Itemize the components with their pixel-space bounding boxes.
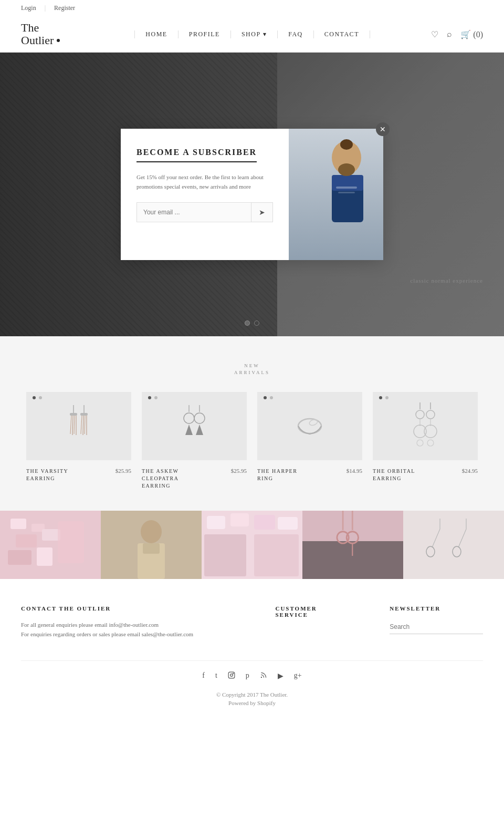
product-price-3: $14.95: [346, 468, 362, 474]
product-price-4: $24.95: [462, 468, 478, 474]
svg-rect-49: [143, 543, 160, 554]
modal-submit-button[interactable]: ➤: [251, 203, 272, 222]
product-image-1: [26, 392, 131, 460]
register-link[interactable]: Register: [54, 4, 75, 12]
modal-overlay: ✕ BECOME A SUBSCRIBER Get 15% off your n…: [0, 53, 504, 336]
login-link[interactable]: Login: [21, 4, 36, 12]
earring-tassel-svg: [60, 402, 97, 450]
product-name-2: THE ASKEWCLEOPATRAEARRING: [142, 468, 178, 490]
hero-section: classic normal experience ✕ BECOME A SUB…: [0, 53, 504, 336]
subscriber-modal: ✕ BECOME A SUBSCRIBER Get 15% off your n…: [121, 129, 383, 260]
nav-shop[interactable]: SHOP ▾: [231, 30, 278, 38]
svg-rect-56: [254, 534, 299, 576]
footer-divider: [21, 660, 483, 661]
svg-rect-55: [204, 534, 246, 576]
earring-orbital-svg: [407, 400, 444, 452]
newsletter-input[interactable]: [390, 620, 483, 634]
svg-point-30: [416, 410, 424, 419]
section-tag: NEW ARRIVALS: [21, 363, 483, 376]
modal-content-left: BECOME A SUBSCRIBER Get 15% off your nex…: [121, 129, 289, 260]
svg-marker-24: [185, 425, 193, 435]
nav-contact[interactable]: CONTACT: [314, 30, 370, 38]
photo-strip-item-3[interactable]: [202, 511, 302, 579]
modal-close-button[interactable]: ✕: [376, 122, 390, 136]
header: The Outlier HOME PROFILE SHOP ▾ FAQ CONT…: [0, 16, 504, 53]
nav-faq[interactable]: FAQ: [278, 30, 314, 38]
subscriber-person-image: [289, 129, 383, 260]
nav-profile[interactable]: PROFILE: [178, 30, 231, 38]
product-card-1[interactable]: THE VARSITYEARRING $25.95: [26, 392, 131, 490]
top-bar: Login | Register: [0, 0, 504, 16]
product-dot: [39, 396, 42, 399]
svg-line-16: [81, 416, 82, 434]
nav-home[interactable]: HOME: [134, 30, 178, 38]
svg-line-13: [72, 416, 73, 435]
earring-geometric-svg: [176, 402, 213, 450]
svg-rect-45: [58, 521, 84, 563]
product-card-4[interactable]: THE ORBITALEARRING $24.95: [373, 392, 478, 490]
logo[interactable]: The Outlier: [21, 22, 84, 47]
social-facebook-icon[interactable]: f: [202, 671, 205, 681]
svg-rect-44: [37, 547, 52, 566]
svg-point-23: [194, 413, 205, 423]
wishlist-icon[interactable]: ♡: [431, 29, 438, 39]
social-pinterest-icon[interactable]: p: [246, 671, 249, 681]
svg-line-12: [70, 416, 71, 434]
modal-description: Get 15% off your next order. Be the firs…: [136, 173, 273, 191]
photo-strip-item-4[interactable]: [302, 511, 403, 579]
header-icons: ♡ ⌕ 🛒 (0): [431, 29, 483, 39]
product-card-2[interactable]: THE ASKEWCLEOPATRAEARRING $25.95: [142, 392, 247, 490]
svg-marker-25: [196, 425, 203, 435]
main-nav: HOME PROFILE SHOP ▾ FAQ CONTACT: [84, 30, 421, 38]
product-name-3: THE HARPERRING: [257, 468, 297, 482]
logo-text: The Outlier: [21, 22, 60, 47]
social-rss-icon[interactable]: [260, 671, 267, 681]
product-dot-active: [33, 396, 36, 399]
product-info-4: THE ORBITALEARRING $24.95: [373, 468, 478, 482]
svg-point-26: [298, 419, 321, 433]
svg-rect-51: [207, 516, 225, 529]
footer-powered: Powered by Shopify: [21, 700, 483, 706]
product-dot: [270, 396, 273, 399]
social-instagram-icon[interactable]: [228, 671, 235, 681]
social-twitter-icon[interactable]: t: [215, 671, 217, 681]
product-name-1: THE VARSITYEARRING: [26, 468, 68, 482]
search-icon[interactable]: ⌕: [447, 29, 452, 39]
cart-icon[interactable]: 🛒 (0): [460, 29, 483, 39]
product-price-1: $25.95: [116, 468, 131, 474]
footer-contact-title: CONTACT THE OUTLIER: [21, 605, 254, 612]
product-image-3: [257, 392, 362, 460]
photo-strip-item-5[interactable]: [403, 511, 504, 579]
social-youtube-icon[interactable]: ▶: [278, 671, 284, 681]
footer-newsletter-title: NEWSLETTER: [390, 605, 483, 612]
svg-line-14: [74, 416, 75, 434]
svg-point-73: [233, 673, 233, 674]
svg-rect-10: [70, 413, 77, 416]
ring-svg: [291, 408, 328, 444]
svg-point-5: [338, 163, 355, 176]
footer-contact-text1: For all general enquiries please email i…: [21, 620, 254, 639]
modal-image-right: [289, 129, 383, 260]
svg-point-72: [230, 674, 233, 677]
footer-customer-service-col: CUSTOMERSERVICE: [275, 605, 369, 639]
photo-strip: [0, 511, 504, 579]
product-dot-active: [264, 396, 267, 399]
photo-strip-item-2[interactable]: [101, 511, 202, 579]
footer-contact-col: CONTACT THE OUTLIER For all general enqu…: [21, 605, 254, 639]
footer: CONTACT THE OUTLIER For all general enqu…: [0, 579, 504, 717]
svg-rect-64: [403, 511, 504, 579]
svg-point-37: [427, 440, 434, 446]
product-card-3[interactable]: THE HARPERRING $14.95: [257, 392, 362, 490]
product-info-3: THE HARPERRING $14.95: [257, 468, 362, 482]
svg-rect-53: [254, 515, 275, 530]
modal-email-input[interactable]: [137, 203, 251, 221]
product-dot-active: [379, 396, 382, 399]
svg-rect-71: [228, 672, 235, 678]
social-googleplus-icon[interactable]: g+: [294, 671, 302, 681]
svg-point-74: [261, 677, 261, 677]
photo-strip-item-1[interactable]: [0, 511, 101, 579]
modal-title: BECOME A SUBSCRIBER: [136, 148, 257, 162]
svg-rect-41: [16, 534, 37, 547]
logo-dot: [57, 39, 60, 42]
svg-rect-54: [278, 517, 298, 530]
